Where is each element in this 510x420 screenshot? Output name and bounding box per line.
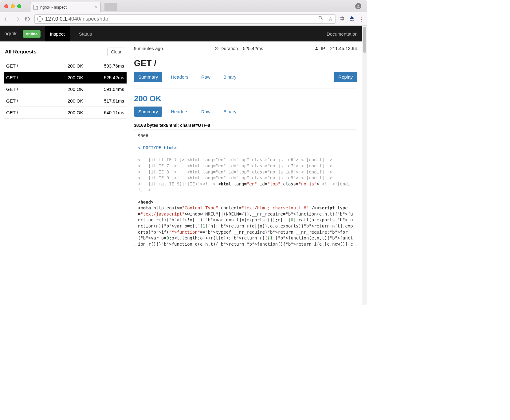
ngrok-header: ngrok online Inspect Status Documentatio… [0,26,362,41]
page-icon [33,5,38,10]
tab-summary[interactable]: Summary [134,72,162,82]
request-status: 200 OK [68,98,95,103]
settings-gear-icon[interactable] [339,16,345,22]
duration-value: 525.42ms [243,46,263,51]
status-badge-online: online [23,30,41,38]
bookmark-star-icon[interactable]: ☆ [328,16,333,22]
profile-avatar-icon[interactable] [355,3,361,9]
viewport: ngrok online Inspect Status Documentatio… [0,26,367,305]
nav-tab-status[interactable]: Status [74,26,97,41]
ip-value: 211.45.13.94 [330,46,357,51]
request-status: 200 OK [68,87,95,92]
zoom-icon[interactable] [318,16,323,22]
request-title: GET / [134,58,357,68]
tab-headers[interactable]: Headers [167,72,193,82]
window-titlebar: ngrok - Inspect × [0,0,367,12]
requests-panel: All Requests Clear GET /200 OK593.76msGE… [0,41,129,305]
request-row[interactable]: GET /200 OK517.81ms [4,95,127,107]
tab-headers[interactable]: Headers [167,107,193,117]
tab-binary[interactable]: Binary [219,107,241,117]
maximize-window-button[interactable] [17,4,21,8]
minimize-window-button[interactable] [11,4,15,8]
detail-panel: 9 minutes ago Duration 525.42ms IP 211.4… [129,41,362,305]
request-status: 200 OK [68,63,95,68]
window-controls [4,4,21,8]
request-age: 9 minutes ago [134,46,163,51]
request-row[interactable]: GET /200 OK593.76ms [4,60,127,72]
request-duration: 640.11ms [95,110,124,115]
tab-summary[interactable]: Summary [134,107,162,117]
clock-icon [214,46,219,51]
documentation-link[interactable]: Documentation [327,31,358,37]
svg-point-0 [319,16,322,19]
forward-button[interactable] [14,16,20,22]
url-host: 127.0.0.1 [45,16,67,22]
clear-button[interactable]: Clear [107,48,125,56]
nav-tab-inspect[interactable]: Inspect [45,26,69,41]
response-bytes: 38163 bytes text/html; charset=UTF-8 [134,123,357,128]
ngrok-brand: ngrok [4,31,17,37]
request-row[interactable]: GET /200 OK591.04ms [4,84,127,95]
request-duration: 593.76ms [95,63,124,68]
chrome-menu-icon[interactable]: ⋮ [359,16,364,22]
tab-raw[interactable]: Raw [197,72,215,82]
user-icon [315,46,319,51]
request-duration: 517.81ms [95,98,124,103]
request-duration: 591.04ms [95,87,124,92]
axe-extension-icon[interactable]: axe [349,16,355,22]
tab-title: ngrok - Inspect [40,5,67,10]
reload-button[interactable] [24,16,31,22]
request-method: GET / [6,63,68,68]
response-tabs: SummaryHeadersRawBinary [134,107,357,117]
request-method: GET / [6,98,68,103]
vertical-scrollbar[interactable] [362,26,367,305]
tab-binary[interactable]: Binary [219,72,241,82]
response-status: 200 OK [134,94,357,103]
new-tab-stub[interactable] [104,3,117,11]
request-duration: 525.42ms [95,75,124,80]
close-window-button[interactable] [4,4,8,8]
url-path: :4040/inspect/http [67,16,108,22]
response-body[interactable]: 9506 <!DOCTYPE html> <!--[if lt IE 7 ]> … [134,130,357,246]
address-bar[interactable]: i 127.0.0.1:4040/inspect/http ☆ [34,14,335,24]
requests-list: GET /200 OK593.76msGET /200 OK525.42msGE… [4,60,127,119]
browser-toolbar: i 127.0.0.1:4040/inspect/http ☆ axe ⋮ [0,12,367,26]
request-status: 200 OK [68,75,95,80]
request-method: GET / [6,110,68,115]
site-info-icon[interactable]: i [37,16,43,22]
request-row[interactable]: GET /200 OK525.42ms [4,72,127,84]
request-method: GET / [6,87,68,92]
request-tabs: SummaryHeadersRawBinaryReplay [134,72,357,82]
replay-button[interactable]: Replay [334,72,357,82]
scrollbar-thumb[interactable] [363,27,366,53]
request-row[interactable]: GET /200 OK640.11ms [4,107,127,119]
requests-title: All Requests [5,49,37,55]
close-tab-icon[interactable]: × [95,5,97,10]
browser-chrome: ngrok - Inspect × i 127.0.0.1:4040/inspe… [0,0,367,26]
request-status: 200 OK [68,110,95,115]
browser-tab[interactable]: ngrok - Inspect × [30,2,101,12]
request-method: GET / [6,75,68,80]
back-button[interactable] [3,16,10,22]
divider [134,88,357,88]
tab-raw[interactable]: Raw [197,107,215,117]
ip-label: IP [321,46,325,51]
duration-label: Duration [221,46,238,51]
